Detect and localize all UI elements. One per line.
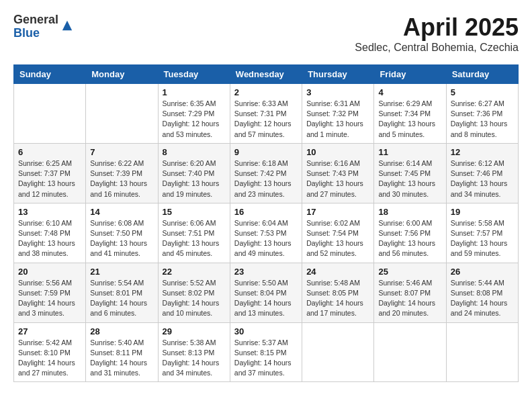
day-number: 14 (90, 207, 153, 217)
day-number: 22 (163, 267, 226, 277)
calendar-cell (446, 322, 518, 382)
calendar-cell: 8Sunrise: 6:20 AMSunset: 7:40 PMDaylight… (158, 143, 230, 203)
day-info: Sunrise: 5:48 AMSunset: 8:05 PMDaylight:… (306, 278, 369, 319)
calendar-cell: 27Sunrise: 5:42 AMSunset: 8:10 PMDayligh… (14, 322, 86, 382)
day-number: 7 (90, 147, 153, 157)
calendar-cell: 3Sunrise: 6:31 AMSunset: 7:32 PMDaylight… (302, 84, 374, 144)
day-number: 19 (451, 207, 514, 217)
calendar-cell (86, 84, 158, 144)
day-info: Sunrise: 5:38 AMSunset: 8:13 PMDaylight:… (163, 338, 226, 379)
calendar-cell: 16Sunrise: 6:04 AMSunset: 7:53 PMDayligh… (230, 203, 302, 263)
weekday-header-monday: Monday (86, 65, 158, 84)
calendar-cell: 7Sunrise: 6:22 AMSunset: 7:39 PMDaylight… (86, 143, 158, 203)
day-info: Sunrise: 6:08 AMSunset: 7:50 PMDaylight:… (90, 218, 153, 259)
calendar-week-1: 6Sunrise: 6:25 AMSunset: 7:37 PMDaylight… (14, 143, 519, 203)
day-info: Sunrise: 5:52 AMSunset: 8:02 PMDaylight:… (163, 278, 226, 319)
calendar-cell (374, 322, 446, 382)
calendar-cell: 17Sunrise: 6:02 AMSunset: 7:54 PMDayligh… (302, 203, 374, 263)
day-number: 20 (18, 267, 81, 277)
calendar-cell: 5Sunrise: 6:27 AMSunset: 7:36 PMDaylight… (446, 84, 518, 144)
day-info: Sunrise: 6:02 AMSunset: 7:54 PMDaylight:… (306, 218, 369, 259)
weekday-header-tuesday: Tuesday (158, 65, 230, 84)
weekday-header-saturday: Saturday (446, 65, 518, 84)
calendar-cell: 18Sunrise: 6:00 AMSunset: 7:56 PMDayligh… (374, 203, 446, 263)
day-number: 2 (234, 87, 298, 97)
calendar-cell: 28Sunrise: 5:40 AMSunset: 8:11 PMDayligh… (86, 322, 158, 382)
day-info: Sunrise: 6:00 AMSunset: 7:56 PMDaylight:… (378, 218, 441, 259)
day-number: 30 (234, 326, 298, 336)
calendar-cell: 4Sunrise: 6:29 AMSunset: 7:34 PMDaylight… (374, 84, 446, 144)
calendar-cell: 24Sunrise: 5:48 AMSunset: 8:05 PMDayligh… (302, 263, 374, 322)
title-block: April 2025 Sedlec, Central Bohemia, Czec… (355, 13, 519, 54)
day-number: 18 (378, 207, 441, 217)
day-info: Sunrise: 6:33 AMSunset: 7:31 PMDaylight:… (234, 99, 298, 140)
day-info: Sunrise: 5:44 AMSunset: 8:08 PMDaylight:… (451, 278, 514, 319)
calendar-cell: 15Sunrise: 6:06 AMSunset: 7:51 PMDayligh… (158, 203, 230, 263)
calendar-cell: 11Sunrise: 6:14 AMSunset: 7:45 PMDayligh… (374, 143, 446, 203)
calendar-cell: 20Sunrise: 5:56 AMSunset: 7:59 PMDayligh… (14, 263, 86, 322)
svg-marker-0 (62, 21, 72, 30)
calendar-cell: 21Sunrise: 5:54 AMSunset: 8:01 PMDayligh… (86, 263, 158, 322)
calendar-cell: 1Sunrise: 6:35 AMSunset: 7:29 PMDaylight… (158, 84, 230, 144)
day-number: 24 (306, 267, 369, 277)
calendar-week-4: 27Sunrise: 5:42 AMSunset: 8:10 PMDayligh… (14, 322, 519, 382)
calendar-cell: 13Sunrise: 6:10 AMSunset: 7:48 PMDayligh… (14, 203, 86, 263)
calendar-cell: 14Sunrise: 6:08 AMSunset: 7:50 PMDayligh… (86, 203, 158, 263)
month-title: April 2025 (355, 13, 519, 42)
weekday-header-wednesday: Wednesday (230, 65, 302, 84)
calendar-cell: 25Sunrise: 5:46 AMSunset: 8:07 PMDayligh… (374, 263, 446, 322)
day-number: 28 (90, 326, 153, 336)
logo-general: General (13, 13, 58, 27)
day-info: Sunrise: 5:54 AMSunset: 8:01 PMDaylight:… (90, 278, 153, 319)
day-info: Sunrise: 6:04 AMSunset: 7:53 PMDaylight:… (234, 218, 298, 259)
calendar-cell: 22Sunrise: 5:52 AMSunset: 8:02 PMDayligh… (158, 263, 230, 322)
day-info: Sunrise: 6:20 AMSunset: 7:40 PMDaylight:… (163, 158, 226, 199)
day-info: Sunrise: 6:16 AMSunset: 7:43 PMDaylight:… (306, 158, 369, 199)
location: Sedlec, Central Bohemia, Czechia (355, 42, 519, 54)
day-number: 3 (306, 87, 369, 97)
day-info: Sunrise: 6:31 AMSunset: 7:32 PMDaylight:… (306, 99, 369, 140)
logo-icon (61, 19, 73, 32)
calendar-cell: 12Sunrise: 6:12 AMSunset: 7:46 PMDayligh… (446, 143, 518, 203)
calendar-cell: 29Sunrise: 5:38 AMSunset: 8:13 PMDayligh… (158, 322, 230, 382)
day-number: 5 (451, 87, 514, 97)
day-number: 15 (163, 207, 226, 217)
logo: General Blue (13, 13, 73, 40)
calendar-cell: 26Sunrise: 5:44 AMSunset: 8:08 PMDayligh… (446, 263, 518, 322)
day-number: 17 (306, 207, 369, 217)
calendar-cell: 6Sunrise: 6:25 AMSunset: 7:37 PMDaylight… (14, 143, 86, 203)
day-number: 21 (90, 267, 153, 277)
day-info: Sunrise: 6:22 AMSunset: 7:39 PMDaylight:… (90, 158, 153, 199)
day-info: Sunrise: 6:14 AMSunset: 7:45 PMDaylight:… (378, 158, 441, 199)
calendar-cell: 23Sunrise: 5:50 AMSunset: 8:04 PMDayligh… (230, 263, 302, 322)
calendar-cell (302, 322, 374, 382)
day-number: 6 (18, 147, 81, 157)
calendar-cell: 19Sunrise: 5:58 AMSunset: 7:57 PMDayligh… (446, 203, 518, 263)
day-number: 13 (18, 207, 81, 217)
calendar-cell: 10Sunrise: 6:16 AMSunset: 7:43 PMDayligh… (302, 143, 374, 203)
weekday-header-friday: Friday (374, 65, 446, 84)
day-number: 4 (378, 87, 441, 97)
day-number: 26 (451, 267, 514, 277)
day-number: 16 (234, 207, 298, 217)
day-number: 10 (306, 147, 369, 157)
logo-blue: Blue (13, 27, 58, 40)
day-info: Sunrise: 6:25 AMSunset: 7:37 PMDaylight:… (18, 158, 81, 199)
calendar-week-3: 20Sunrise: 5:56 AMSunset: 7:59 PMDayligh… (14, 263, 519, 322)
day-info: Sunrise: 5:50 AMSunset: 8:04 PMDaylight:… (234, 278, 298, 319)
calendar-cell (14, 84, 86, 144)
calendar-cell: 2Sunrise: 6:33 AMSunset: 7:31 PMDaylight… (230, 84, 302, 144)
calendar-week-0: 1Sunrise: 6:35 AMSunset: 7:29 PMDaylight… (14, 84, 519, 144)
day-number: 12 (451, 147, 514, 157)
day-number: 29 (163, 326, 226, 336)
day-info: Sunrise: 5:46 AMSunset: 8:07 PMDaylight:… (378, 278, 441, 319)
day-number: 8 (163, 147, 226, 157)
day-number: 25 (378, 267, 441, 277)
day-number: 9 (234, 147, 298, 157)
calendar-cell: 9Sunrise: 6:18 AMSunset: 7:42 PMDaylight… (230, 143, 302, 203)
weekday-header-sunday: Sunday (14, 65, 86, 84)
calendar-week-2: 13Sunrise: 6:10 AMSunset: 7:48 PMDayligh… (14, 203, 519, 263)
day-number: 27 (18, 326, 81, 336)
day-info: Sunrise: 5:40 AMSunset: 8:11 PMDaylight:… (90, 338, 153, 379)
day-info: Sunrise: 6:10 AMSunset: 7:48 PMDaylight:… (18, 218, 81, 259)
